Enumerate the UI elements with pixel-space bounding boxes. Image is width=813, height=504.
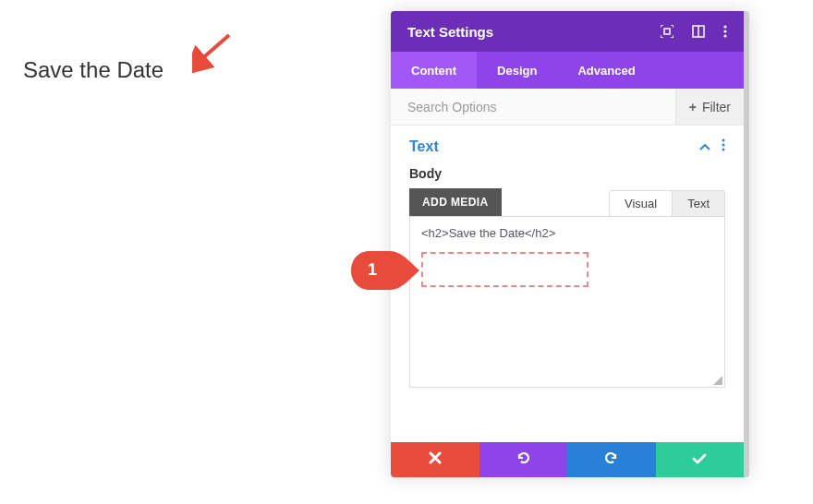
settings-panel: Text Settings Content Design Advanced + … [391, 11, 749, 477]
tab-design[interactable]: Design [477, 52, 557, 89]
tab-advanced[interactable]: Advanced [557, 52, 655, 89]
section-header: Text [391, 126, 744, 162]
filter-button[interactable]: + Filter [675, 89, 744, 125]
page-preview-heading: Save the Date [23, 57, 164, 83]
more-icon[interactable] [723, 25, 727, 38]
plus-icon: + [689, 100, 697, 114]
redo-icon [604, 451, 619, 468]
search-row: + Filter [391, 89, 744, 126]
panel-title: Text Settings [407, 24, 661, 40]
discard-button[interactable] [391, 442, 479, 477]
editor-tab-visual[interactable]: Visual [610, 191, 673, 216]
body-label: Body [391, 162, 744, 188]
svg-point-8 [722, 139, 725, 142]
editor-tab-text[interactable]: Text [673, 191, 724, 216]
filter-label: Filter [702, 100, 731, 114]
undo-icon [516, 451, 530, 468]
editor-textarea[interactable]: <h2>Save the Date</h2> [409, 216, 725, 388]
annotation-arrow-icon [192, 28, 238, 78]
resize-handle-icon[interactable] [713, 376, 722, 385]
section-title: Text [409, 138, 699, 155]
editor-mode-tabs: Visual Text [609, 190, 725, 216]
collapse-icon[interactable] [699, 138, 710, 155]
panel-footer [391, 442, 744, 477]
section-more-icon[interactable] [722, 138, 725, 155]
undo-button[interactable] [479, 442, 568, 477]
expand-icon[interactable] [661, 25, 673, 38]
panel-header: Text Settings [391, 11, 744, 52]
close-icon [429, 451, 442, 468]
svg-point-5 [723, 25, 726, 28]
tab-content[interactable]: Content [391, 52, 477, 89]
check-icon [692, 451, 707, 468]
search-input[interactable] [391, 89, 675, 125]
svg-point-7 [723, 34, 726, 37]
callout-number: 1 [368, 260, 377, 280]
svg-rect-2 [664, 29, 670, 34]
add-media-button[interactable]: ADD MEDIA [409, 188, 502, 216]
svg-point-10 [722, 149, 725, 151]
svg-point-9 [722, 144, 725, 147]
editor-content: <h2>Save the Date</h2> [410, 217, 724, 249]
svg-line-1 [200, 35, 229, 61]
svg-point-6 [723, 30, 726, 32]
redo-button[interactable] [567, 442, 656, 477]
columns-icon[interactable] [692, 25, 705, 38]
panel-tabs: Content Design Advanced [391, 52, 744, 89]
save-button[interactable] [656, 442, 745, 477]
